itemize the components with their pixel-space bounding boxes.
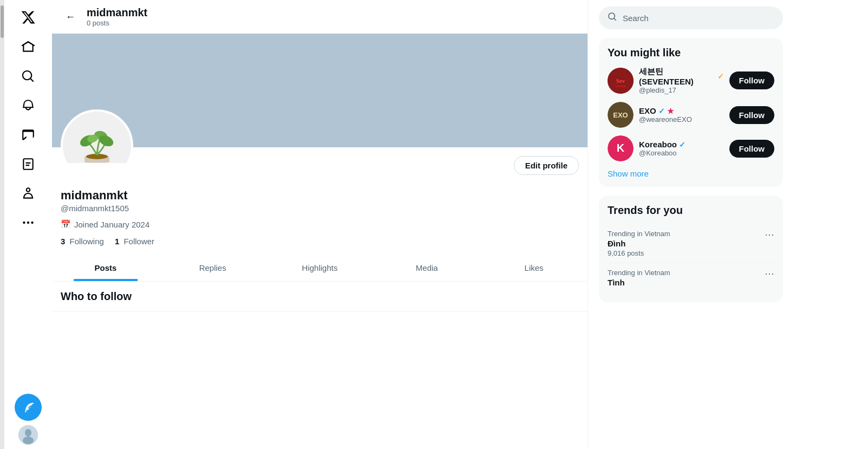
profile-username: @midmanmkt1505 bbox=[61, 204, 579, 213]
tab-likes[interactable]: Likes bbox=[480, 255, 588, 281]
right-sidebar: You might like Sev enteen 세븐틴(SEVENTEEN)… bbox=[588, 0, 794, 449]
suggest-row-koreaboo: K Koreaboo ✓ @Koreaboo Follow bbox=[608, 135, 774, 161]
x-logo[interactable] bbox=[15, 4, 41, 30]
suggest-name-exo: EXO ✓ ★ bbox=[639, 106, 724, 115]
who-to-follow-title: Who to follow bbox=[52, 282, 588, 312]
svg-text:K: K bbox=[617, 142, 625, 154]
tab-posts[interactable]: Posts bbox=[52, 255, 159, 281]
trend-meta-dinh: Trending in Vietnam bbox=[608, 230, 670, 238]
suggest-row-seventeen: Sev enteen 세븐틴(SEVENTEEN) ✓ @pledis_17 F… bbox=[608, 67, 774, 94]
star-badge-icon: ★ bbox=[667, 107, 674, 115]
verified-badge-icon-koreaboo: ✓ bbox=[679, 140, 686, 149]
svg-point-2 bbox=[23, 437, 34, 444]
following-stat[interactable]: 3 Following bbox=[61, 237, 104, 246]
follow-button-seventeen[interactable]: Follow bbox=[729, 71, 775, 89]
profile-avatar bbox=[61, 109, 133, 182]
sidebar-item-home[interactable] bbox=[15, 34, 42, 61]
you-might-like-section: You might like Sev enteen 세븐틴(SEVENTEEN)… bbox=[599, 38, 783, 187]
profile-banner bbox=[52, 34, 588, 147]
suggest-info-koreaboo: Koreaboo ✓ @Koreaboo bbox=[639, 140, 724, 157]
show-more-button[interactable]: Show more bbox=[608, 169, 774, 178]
scrollbar[interactable] bbox=[0, 0, 4, 449]
sidebar-item-explore[interactable] bbox=[15, 63, 42, 90]
profile-names: midmanmkt @midmanmkt1505 📅 Joined Januar… bbox=[61, 147, 579, 246]
svg-text:EXO: EXO bbox=[613, 111, 628, 119]
suggest-info-exo: EXO ✓ ★ @weareoneEXO bbox=[639, 106, 724, 123]
back-button[interactable]: ← bbox=[61, 7, 80, 27]
suggest-handle-koreaboo: @Koreaboo bbox=[639, 149, 724, 157]
trend-name-dinh: Đình bbox=[608, 239, 670, 248]
suggest-avatar-koreaboo: K bbox=[608, 135, 634, 161]
suggest-info-seventeen: 세븐틴(SEVENTEEN) ✓ @pledis_17 bbox=[639, 67, 724, 94]
avatar-inner bbox=[63, 112, 131, 180]
trend-row-tinh[interactable]: Trending in Vietnam Tình ⋯ bbox=[608, 263, 774, 294]
profile-topbar: ← midmanmkt 0 posts bbox=[52, 0, 588, 34]
edit-profile-button[interactable]: Edit profile bbox=[514, 156, 579, 175]
tab-highlights[interactable]: Highlights bbox=[266, 255, 374, 281]
suggest-handle-exo: @weareoneEXO bbox=[639, 115, 724, 123]
create-post-button[interactable] bbox=[15, 394, 42, 421]
suggest-name-koreaboo: Koreaboo ✓ bbox=[639, 140, 724, 149]
trend-info-dinh: Trending in Vietnam Đình 9,016 posts bbox=[608, 230, 670, 257]
follow-button-exo[interactable]: Follow bbox=[729, 106, 775, 124]
sidebar-item-lists[interactable] bbox=[15, 151, 42, 178]
profile-tabs: Posts Replies Highlights Media Likes bbox=[52, 255, 588, 282]
profile-joined: 📅 Joined January 2024 bbox=[61, 219, 579, 229]
trend-info-tinh: Trending in Vietnam Tình bbox=[608, 269, 670, 288]
sidebar-user-avatar[interactable] bbox=[18, 425, 38, 445]
trend-more-tinh[interactable]: ⋯ bbox=[765, 269, 774, 278]
trend-name-tinh: Tình bbox=[608, 278, 670, 287]
search-input[interactable] bbox=[623, 14, 774, 23]
verified-badge-icon-exo: ✓ bbox=[658, 107, 665, 115]
profile-topbar-info: midmanmkt 0 posts bbox=[87, 6, 147, 27]
scrollbar-thumb[interactable] bbox=[1, 5, 4, 38]
back-icon: ← bbox=[66, 11, 75, 23]
trend-posts-dinh: 9,016 posts bbox=[608, 249, 670, 257]
tab-media[interactable]: Media bbox=[373, 255, 480, 281]
following-label: Following bbox=[70, 237, 104, 246]
suggest-avatar-exo: EXO bbox=[608, 102, 634, 128]
svg-text:Sev: Sev bbox=[616, 77, 625, 84]
sidebar-item-messages[interactable] bbox=[15, 121, 42, 148]
trends-section: Trends for you Trending in Vietnam Đình … bbox=[599, 196, 783, 302]
trend-more-dinh[interactable]: ⋯ bbox=[765, 230, 774, 239]
left-sidebar bbox=[4, 0, 52, 449]
trend-row-dinh[interactable]: Trending in Vietnam Đình 9,016 posts ⋯ bbox=[608, 224, 774, 263]
calendar-icon: 📅 bbox=[61, 219, 71, 229]
follow-button-koreaboo[interactable]: Follow bbox=[729, 140, 775, 158]
gold-badge-icon: ✓ bbox=[717, 72, 724, 81]
sidebar-item-notifications[interactable] bbox=[15, 92, 42, 119]
search-icon bbox=[608, 12, 617, 24]
sidebar-item-profile[interactable] bbox=[15, 180, 42, 207]
tab-replies[interactable]: Replies bbox=[159, 255, 266, 281]
trends-title: Trends for you bbox=[608, 204, 774, 217]
trend-meta-tinh: Trending in Vietnam bbox=[608, 269, 670, 277]
suggest-name-seventeen: 세븐틴(SEVENTEEN) ✓ bbox=[639, 67, 724, 86]
main-content: ← midmanmkt 0 posts bbox=[52, 0, 588, 449]
profile-topbar-name: midmanmkt bbox=[87, 6, 147, 19]
profile-topbar-posts: 0 posts bbox=[87, 19, 147, 27]
suggest-handle-seventeen: @pledis_17 bbox=[639, 86, 724, 94]
search-bar[interactable] bbox=[599, 6, 783, 29]
followers-count: 1 bbox=[115, 237, 119, 246]
you-might-like-title: You might like bbox=[608, 47, 774, 59]
svg-text:enteen: enteen bbox=[615, 84, 626, 88]
suggest-row-exo: EXO EXO ✓ ★ @weareoneEXO Follow bbox=[608, 102, 774, 128]
profile-stats: 3 Following 1 Follower bbox=[61, 237, 579, 246]
svg-point-1 bbox=[25, 429, 31, 437]
followers-label: Follower bbox=[123, 237, 154, 246]
following-count: 3 bbox=[61, 237, 65, 246]
profile-info-section: Edit profile midmanmkt @midmanmkt1505 📅 … bbox=[52, 147, 588, 246]
profile-display-name: midmanmkt bbox=[61, 188, 579, 203]
followers-stat[interactable]: 1 Follower bbox=[115, 237, 154, 246]
sidebar-item-more[interactable] bbox=[15, 209, 42, 236]
suggest-avatar-seventeen: Sev enteen bbox=[608, 68, 634, 94]
